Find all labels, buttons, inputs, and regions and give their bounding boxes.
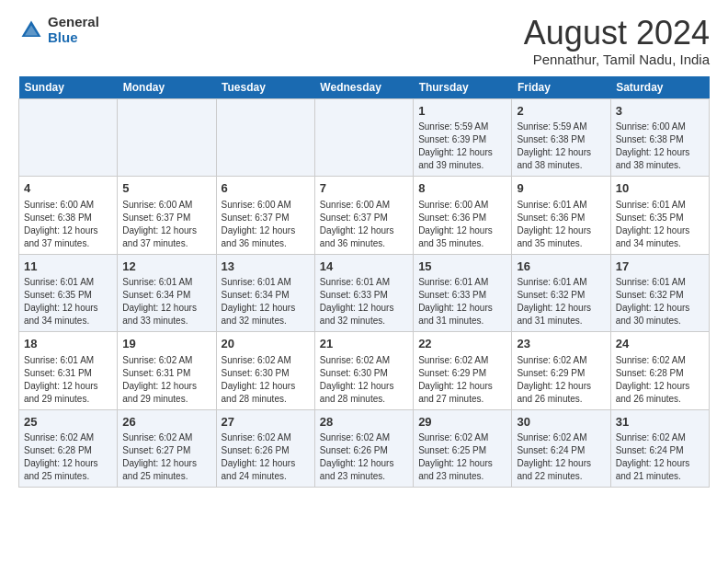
weekday-header-tuesday: Tuesday — [216, 76, 314, 99]
week-row-4: 18Sunrise: 6:01 AM Sunset: 6:31 PM Dayli… — [19, 332, 710, 410]
day-info: Sunrise: 6:02 AM Sunset: 6:30 PM Dayligh… — [222, 354, 310, 406]
calendar-cell: 28Sunrise: 6:02 AM Sunset: 6:26 PM Dayli… — [314, 409, 413, 488]
day-info: Sunrise: 6:00 AM Sunset: 6:38 PM Dayligh… — [24, 199, 112, 250]
day-info: Sunrise: 6:02 AM Sunset: 6:26 PM Dayligh… — [320, 431, 408, 483]
day-info: Sunrise: 6:02 AM Sunset: 6:31 PM Dayligh… — [122, 354, 210, 406]
logo-text: General Blue — [48, 15, 99, 45]
weekday-header-sunday: Sunday — [19, 76, 118, 99]
day-number: 23 — [517, 336, 605, 352]
week-row-3: 11Sunrise: 6:01 AM Sunset: 6:35 PM Dayli… — [19, 254, 710, 332]
calendar-cell: 18Sunrise: 6:01 AM Sunset: 6:31 PM Dayli… — [19, 332, 118, 410]
day-info: Sunrise: 6:02 AM Sunset: 6:25 PM Dayligh… — [418, 431, 506, 483]
day-number: 4 — [24, 180, 112, 197]
weekday-header-monday: Monday — [118, 76, 216, 99]
calendar-cell — [118, 98, 216, 177]
calendar: SundayMondayTuesdayWednesdayThursdayFrid… — [18, 76, 710, 488]
day-number: 17 — [616, 259, 704, 275]
day-info: Sunrise: 6:01 AM Sunset: 6:32 PM Dayligh… — [517, 276, 605, 327]
calendar-cell: 3Sunrise: 6:00 AM Sunset: 6:38 PM Daylig… — [610, 98, 709, 177]
calendar-cell: 11Sunrise: 6:01 AM Sunset: 6:35 PM Dayli… — [19, 254, 118, 332]
day-number: 10 — [616, 180, 704, 197]
day-number: 13 — [222, 259, 310, 275]
day-info: Sunrise: 6:02 AM Sunset: 6:24 PM Dayligh… — [616, 431, 704, 483]
day-number: 8 — [418, 180, 506, 197]
day-number: 19 — [122, 336, 210, 352]
calendar-cell: 20Sunrise: 6:02 AM Sunset: 6:30 PM Dayli… — [216, 332, 314, 410]
day-info: Sunrise: 6:00 AM Sunset: 6:36 PM Dayligh… — [418, 199, 506, 250]
logo-icon — [18, 17, 44, 43]
day-number: 15 — [418, 259, 506, 275]
calendar-cell: 12Sunrise: 6:01 AM Sunset: 6:34 PM Dayli… — [118, 254, 216, 332]
calendar-cell: 16Sunrise: 6:01 AM Sunset: 6:32 PM Dayli… — [512, 254, 610, 332]
day-number: 7 — [320, 180, 408, 197]
day-info: Sunrise: 6:00 AM Sunset: 6:38 PM Dayligh… — [616, 121, 704, 172]
calendar-cell: 8Sunrise: 6:00 AM Sunset: 6:36 PM Daylig… — [414, 177, 512, 255]
calendar-cell: 27Sunrise: 6:02 AM Sunset: 6:26 PM Dayli… — [216, 409, 314, 488]
calendar-cell: 24Sunrise: 6:02 AM Sunset: 6:28 PM Dayli… — [610, 332, 709, 410]
calendar-cell: 29Sunrise: 6:02 AM Sunset: 6:25 PM Dayli… — [414, 409, 512, 488]
calendar-cell: 31Sunrise: 6:02 AM Sunset: 6:24 PM Dayli… — [610, 409, 709, 488]
day-info: Sunrise: 6:02 AM Sunset: 6:28 PM Dayligh… — [616, 354, 704, 406]
calendar-cell: 1Sunrise: 5:59 AM Sunset: 6:39 PM Daylig… — [414, 98, 512, 177]
day-info: Sunrise: 6:01 AM Sunset: 6:31 PM Dayligh… — [24, 354, 112, 406]
logo-general: General — [48, 15, 99, 30]
day-info: Sunrise: 6:02 AM Sunset: 6:24 PM Dayligh… — [517, 431, 605, 483]
day-number: 24 — [616, 336, 704, 352]
calendar-cell: 19Sunrise: 6:02 AM Sunset: 6:31 PM Dayli… — [118, 332, 216, 410]
day-number: 21 — [320, 336, 408, 352]
calendar-cell: 6Sunrise: 6:00 AM Sunset: 6:37 PM Daylig… — [216, 177, 314, 255]
week-row-5: 25Sunrise: 6:02 AM Sunset: 6:28 PM Dayli… — [19, 409, 710, 488]
calendar-cell: 9Sunrise: 6:01 AM Sunset: 6:36 PM Daylig… — [512, 177, 610, 255]
day-info: Sunrise: 6:00 AM Sunset: 6:37 PM Dayligh… — [320, 199, 408, 250]
calendar-cell: 22Sunrise: 6:02 AM Sunset: 6:29 PM Dayli… — [414, 332, 512, 410]
logo-blue: Blue — [48, 30, 99, 46]
day-number: 2 — [517, 103, 605, 120]
day-number: 20 — [222, 336, 310, 352]
day-number: 12 — [122, 259, 210, 275]
calendar-cell: 17Sunrise: 6:01 AM Sunset: 6:32 PM Dayli… — [610, 254, 709, 332]
day-info: Sunrise: 5:59 AM Sunset: 6:38 PM Dayligh… — [517, 121, 605, 172]
day-number: 9 — [517, 180, 605, 197]
header-area: General Blue August 2024 Pennathur, Tami… — [18, 15, 710, 67]
calendar-cell: 23Sunrise: 6:02 AM Sunset: 6:29 PM Dayli… — [512, 332, 610, 410]
weekday-header-saturday: Saturday — [610, 76, 709, 99]
calendar-cell: 30Sunrise: 6:02 AM Sunset: 6:24 PM Dayli… — [512, 409, 610, 488]
day-info: Sunrise: 6:01 AM Sunset: 6:34 PM Dayligh… — [222, 276, 310, 327]
day-info: Sunrise: 6:02 AM Sunset: 6:26 PM Dayligh… — [222, 431, 310, 483]
day-number: 1 — [418, 103, 506, 120]
day-info: Sunrise: 6:01 AM Sunset: 6:34 PM Dayligh… — [122, 276, 210, 327]
logo: General Blue — [18, 15, 99, 45]
calendar-cell: 13Sunrise: 6:01 AM Sunset: 6:34 PM Dayli… — [216, 254, 314, 332]
calendar-cell — [314, 98, 413, 177]
day-number: 22 — [418, 336, 506, 352]
day-number: 11 — [24, 259, 112, 275]
calendar-cell: 4Sunrise: 6:00 AM Sunset: 6:38 PM Daylig… — [19, 177, 118, 255]
day-info: Sunrise: 6:01 AM Sunset: 6:35 PM Dayligh… — [24, 276, 112, 327]
day-info: Sunrise: 6:02 AM Sunset: 6:28 PM Dayligh… — [24, 431, 112, 483]
calendar-cell: 2Sunrise: 5:59 AM Sunset: 6:38 PM Daylig… — [512, 98, 610, 177]
weekday-header-friday: Friday — [512, 76, 610, 99]
day-number: 6 — [222, 180, 310, 197]
day-info: Sunrise: 6:01 AM Sunset: 6:36 PM Dayligh… — [517, 199, 605, 250]
week-row-1: 1Sunrise: 5:59 AM Sunset: 6:39 PM Daylig… — [19, 98, 710, 177]
weekday-header-row: SundayMondayTuesdayWednesdayThursdayFrid… — [19, 76, 710, 99]
day-info: Sunrise: 5:59 AM Sunset: 6:39 PM Dayligh… — [418, 121, 506, 172]
calendar-cell: 26Sunrise: 6:02 AM Sunset: 6:27 PM Dayli… — [118, 409, 216, 488]
weekday-header-wednesday: Wednesday — [314, 76, 413, 99]
calendar-cell: 21Sunrise: 6:02 AM Sunset: 6:30 PM Dayli… — [314, 332, 413, 410]
day-info: Sunrise: 6:01 AM Sunset: 6:35 PM Dayligh… — [616, 199, 704, 250]
day-info: Sunrise: 6:00 AM Sunset: 6:37 PM Dayligh… — [222, 199, 310, 250]
day-info: Sunrise: 6:01 AM Sunset: 6:32 PM Dayligh… — [616, 276, 704, 327]
day-info: Sunrise: 6:02 AM Sunset: 6:29 PM Dayligh… — [517, 354, 605, 406]
calendar-cell: 5Sunrise: 6:00 AM Sunset: 6:37 PM Daylig… — [118, 177, 216, 255]
calendar-cell: 7Sunrise: 6:00 AM Sunset: 6:37 PM Daylig… — [314, 177, 413, 255]
day-info: Sunrise: 6:02 AM Sunset: 6:29 PM Dayligh… — [418, 354, 506, 406]
day-number: 16 — [517, 259, 605, 275]
day-number: 27 — [222, 414, 310, 431]
day-info: Sunrise: 6:01 AM Sunset: 6:33 PM Dayligh… — [418, 276, 506, 327]
calendar-cell — [216, 98, 314, 177]
day-number: 29 — [418, 414, 506, 431]
day-info: Sunrise: 6:02 AM Sunset: 6:30 PM Dayligh… — [320, 354, 408, 406]
calendar-cell — [19, 98, 118, 177]
day-info: Sunrise: 6:01 AM Sunset: 6:33 PM Dayligh… — [320, 276, 408, 327]
